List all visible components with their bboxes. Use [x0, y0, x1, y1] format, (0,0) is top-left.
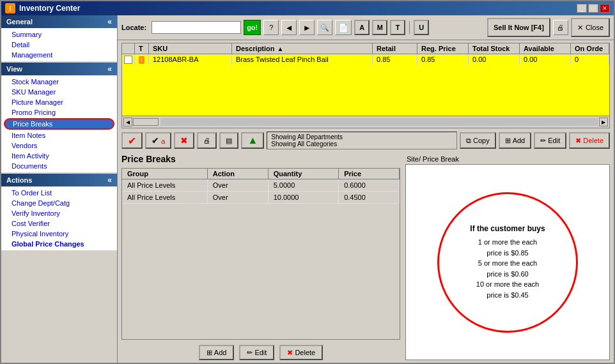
sidebar-item-summary[interactable]: Summary — [1, 29, 117, 40]
print-button[interactable]: 🖨 — [553, 20, 568, 35]
delete-button[interactable]: ✖ Delete — [569, 132, 610, 149]
m-button[interactable]: M — [372, 20, 387, 35]
t-button[interactable]: T — [390, 20, 405, 35]
sidebar-item-picture-manager[interactable]: Picture Manager — [1, 97, 117, 107]
toolbar-divider — [409, 21, 410, 34]
all-button[interactable]: A — [354, 20, 370, 35]
pb-edit-button[interactable]: ✏ Edit — [239, 345, 274, 360]
scroll-thumb[interactable] — [133, 118, 159, 126]
main-window: I Inventory Center _ □ ✕ General « Summa… — [0, 0, 615, 364]
sidebar-item-physical-inventory[interactable]: Physical Inventory — [1, 229, 117, 239]
checkbox-icon[interactable] — [124, 56, 132, 64]
sidebar-items-actions: To Order List Change Dept/Catg Verify In… — [1, 186, 117, 250]
price-break-row-2[interactable]: All Price Levels Over 10.0000 0.4500 — [122, 192, 400, 204]
columns-button[interactable]: ▤ — [219, 132, 238, 149]
sidebar-item-vendors[interactable]: Vendors — [1, 140, 117, 151]
sidebar-item-detail[interactable]: Detail — [1, 40, 117, 50]
sidebar-header-general: General « — [1, 15, 117, 28]
close-icon: ✕ — [577, 24, 583, 32]
site-panel-content: If the customer buys 1 or more the each … — [405, 164, 610, 360]
showing-label: Showing All Departments Showing All Cate… — [267, 132, 457, 149]
search-button[interactable]: 🔍 — [317, 20, 332, 35]
delete-row-button[interactable]: ✖ — [174, 132, 194, 149]
pb-price-1: 0.6000 — [339, 179, 400, 191]
action-toolbar-right: ⧉ Copy ⊞ Add ✏ Edit ✖ Delete — [460, 132, 610, 149]
minimize-button[interactable]: _ — [577, 4, 587, 13]
binoculars-icon: 🔍 — [320, 24, 329, 32]
sell-it-now-button[interactable]: Sell It Now [F4] — [487, 18, 550, 37]
col-on-order: On Orde — [571, 43, 609, 54]
close-button[interactable]: ✕ Close — [571, 18, 610, 37]
edit-button[interactable]: ✏ Edit — [534, 132, 566, 149]
nav-forward-button[interactable]: ► — [299, 20, 315, 35]
maximize-button[interactable]: □ — [588, 4, 598, 13]
locate-input[interactable] — [152, 21, 241, 34]
circle-line-3: 5 or more the each — [478, 258, 537, 269]
sidebar-item-management[interactable]: Management — [1, 50, 117, 60]
sidebar-item-sku-manager[interactable]: SKU Manager — [1, 87, 117, 97]
filter-icon: 📄 — [338, 23, 348, 33]
row-available: 0.00 — [520, 54, 571, 64]
sidebar-item-promo-pricing[interactable]: Promo Pricing — [1, 107, 117, 118]
nav-back-button[interactable]: ◄ — [281, 20, 297, 35]
price-break-row-1[interactable]: All Price Levels Over 5.0000 0.6000 — [122, 179, 400, 192]
col-check — [122, 43, 135, 54]
sidebar-items-general: Summary Detail Management — [1, 28, 117, 61]
grid-header: T SKU Description ▲ Retail Reg. Price To… — [122, 43, 609, 54]
sidebar-item-documents[interactable]: Documents — [1, 161, 117, 171]
copy-button[interactable]: ⧉ Copy — [460, 132, 496, 149]
pb-add-icon: ⊞ — [206, 349, 212, 357]
sidebar-item-verify-inventory[interactable]: Verify Inventory — [1, 208, 117, 218]
scroll-left-button[interactable]: ◀ — [123, 118, 132, 126]
scroll-track[interactable] — [160, 118, 598, 126]
sidebar-item-item-notes[interactable]: Item Notes — [1, 130, 117, 140]
row-total-stock: 0.00 — [469, 54, 520, 64]
u-button[interactable]: U — [414, 20, 429, 35]
sidebar-item-to-order-list[interactable]: To Order List — [1, 188, 117, 198]
uncheck-button[interactable]: ✔a — [145, 132, 171, 149]
empty-row-1 — [122, 64, 609, 90]
table-row[interactable]: I 12108ABR-BA Brass Twisted Leaf Pinch B… — [122, 54, 609, 64]
close-window-button[interactable]: ✕ — [600, 4, 610, 13]
scroll-right-button[interactable]: ▶ — [599, 118, 608, 126]
print-grid-button[interactable]: 🖨 — [197, 132, 217, 149]
col-description: Description ▲ — [232, 43, 373, 54]
pb-add-button[interactable]: ⊞ Add — [199, 345, 235, 360]
row-retail: 0.85 — [373, 54, 417, 64]
sidebar-item-change-dept-catg[interactable]: Change Dept/Catg — [1, 198, 117, 208]
sidebar-items-view: Stock Manager SKU Manager Picture Manage… — [1, 75, 117, 172]
pb-delete-button[interactable]: ✖ Delete — [279, 345, 323, 360]
price-breaks-title: Price Breaks — [121, 154, 400, 164]
help-button[interactable]: ? — [263, 20, 279, 35]
filter-button[interactable]: 📄 — [335, 20, 352, 35]
col-available: Available — [520, 43, 571, 54]
row-checkbox[interactable] — [122, 54, 135, 64]
move-up-button[interactable]: ▲ — [241, 132, 264, 149]
price-breaks-table-header: Group Action Quantity Price — [122, 169, 400, 179]
title-bar: I Inventory Center _ □ ✕ — [1, 1, 614, 15]
row-description: Brass Twisted Leaf Pinch Bail — [232, 54, 373, 64]
title-controls: _ □ ✕ — [577, 4, 610, 13]
checkmark-button[interactable]: ✔ — [121, 132, 143, 149]
sidebar-header-view: View « — [1, 63, 117, 75]
price-break-circle: If the customer buys 1 or more the each … — [437, 192, 578, 333]
col-sku: SKU — [149, 43, 232, 54]
window-title: Inventory Center — [19, 4, 80, 13]
sidebar-section-general: General « Summary Detail Management — [1, 15, 117, 61]
chevron-up-icon-view: « — [107, 64, 112, 73]
pb-action-1: Over — [208, 179, 269, 191]
app-icon: I — [5, 3, 15, 13]
add-button[interactable]: ⊞ Add — [499, 132, 532, 149]
delete-icon: ✖ — [575, 137, 581, 145]
sidebar-item-cost-verifier[interactable]: Cost Verifier — [1, 218, 117, 229]
sidebar-item-price-breaks[interactable]: Price Breaks — [4, 118, 114, 130]
col-type: T — [135, 43, 149, 54]
sidebar-item-global-price-changes[interactable]: Global Price Changes — [1, 239, 117, 249]
circle-line-4: price is $0.60 — [487, 269, 528, 280]
main-content: General « Summary Detail Management View… — [1, 15, 614, 363]
col-group: Group — [122, 169, 208, 179]
action-toolbar: ✔ ✔a ✖ 🖨 ▤ ▲ Showing All Departments Sho… — [118, 130, 614, 151]
sidebar-item-item-activity[interactable]: Item Activity — [1, 151, 117, 161]
sidebar-item-stock-manager[interactable]: Stock Manager — [1, 77, 117, 87]
go-button[interactable]: go! — [244, 20, 261, 35]
